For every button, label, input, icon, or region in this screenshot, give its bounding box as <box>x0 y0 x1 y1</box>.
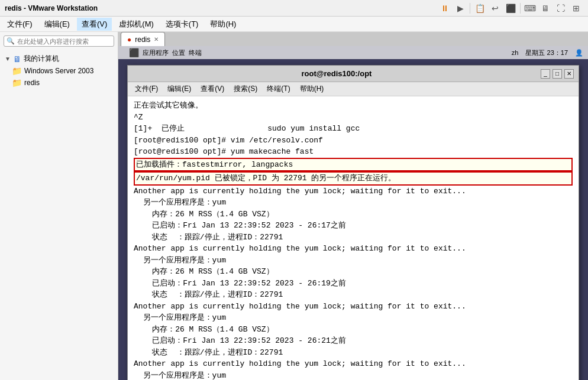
terminal-window: root@redis100:/opt _ □ ✕ 文件(F) 编辑(E) 查看(… <box>127 65 579 380</box>
terminal-container: ⬛ 应用程序 位置 终端 zh 星期五 23：17 👤 root@redis10… <box>118 46 588 380</box>
menu-view[interactable]: 查看(V) <box>77 18 112 31</box>
inner-menu-help[interactable]: 帮助(H) <box>296 83 328 95</box>
terminal-line-9: 内存：26 M RSS（1.4 GB VSZ） <box>134 209 573 220</box>
datetime-display: 星期五 23：17 <box>525 48 568 57</box>
vmware-titlebar: redis - VMware Workstation ⏸ ▶ 📋 ↩ ⬛ ⌨ 🖥… <box>0 0 588 17</box>
apps-icon: ⬛ <box>129 48 139 57</box>
terminal-window-controls: _ □ ✕ <box>541 69 574 79</box>
inner-menu-edit[interactable]: 编辑(E) <box>164 83 195 95</box>
menu-help[interactable]: 帮助(H) <box>205 18 241 31</box>
expand-arrow: ▼ <box>5 56 11 62</box>
sidebar-item-my-computer[interactable]: ▼ 🖥 我的计算机 <box>0 53 118 65</box>
sidebar-tree: ▼ 🖥 我的计算机 📁 Windows Server 2003 📁 redis <box>0 50 118 380</box>
terminal-line-18: 另一个应用程序是：yum <box>134 312 573 324</box>
sidebar-item-label: Windows Server 2003 <box>24 67 93 75</box>
computer-icon: 🖥 <box>13 54 21 64</box>
tab-redis[interactable]: ● redis ✕ <box>121 32 165 46</box>
fullscreen-btn[interactable]: ⛶ <box>554 2 568 15</box>
vm-statusbar: ⬛ 应用程序 位置 终端 zh 星期五 23：17 👤 <box>118 46 588 59</box>
folder-icon: 📁 <box>12 66 22 76</box>
close-btn[interactable]: ✕ <box>564 69 574 79</box>
vmware-menubar: 文件(F) 编辑(E) 查看(V) 虚拟机(M) 选项卡(T) 帮助(H) <box>0 17 588 32</box>
language-indicator: zh <box>512 49 519 56</box>
terminal-line-12: Another app is currently holding the yum… <box>134 243 573 255</box>
sidebar-item-redis[interactable]: 📁 redis <box>0 77 118 89</box>
toolbar: ⏸ ▶ 📋 ↩ ⬛ ⌨ 🖥 ⛶ ⊞ <box>438 2 583 15</box>
screen-btn[interactable]: 🖥 <box>538 2 553 15</box>
terminal-line-5: 已加载插件：fastestmirror, langpacks <box>134 158 573 172</box>
tab-label: redis <box>135 35 150 44</box>
inner-menu-file[interactable]: 文件(F) <box>131 83 161 95</box>
terminal-line-20: 已启动：Fri Jan 13 22:39:52 2023 - 26:21之前 <box>134 335 573 347</box>
terminal-line-6: /var/run/yum.pid 已被锁定，PID 为 22791 的另一个程序… <box>134 171 573 186</box>
sidebar-item-windows-server[interactable]: 📁 Windows Server 2003 <box>0 65 118 77</box>
terminal-line-13: 另一个应用程序是：yum <box>134 255 573 267</box>
unity-btn[interactable]: ⊞ <box>569 2 583 15</box>
revert-btn[interactable]: ↩ <box>488 2 502 15</box>
sidebar: 🔍 ▼ 🖥 我的计算机 📁 Windows Server 2003 📁 redi… <box>0 32 118 380</box>
main-layout: 🔍 ▼ 🖥 我的计算机 📁 Windows Server 2003 📁 redi… <box>0 32 588 380</box>
sidebar-item-label: 我的计算机 <box>24 54 59 64</box>
inner-menu-terminal[interactable]: 终端(T) <box>263 83 293 95</box>
inner-menu-view[interactable]: 查看(V) <box>197 83 228 95</box>
terminal-line-8: 另一个应用程序是：yum <box>134 197 573 209</box>
terminal-line-21: 状态 ：跟踪/停止，进程ID：22791 <box>134 347 573 359</box>
terminal-line-16: 状态 ：跟踪/停止，进程ID：22791 <box>134 289 573 301</box>
terminal-line-3: [root@redis100 opt]# vim /etc/resolv.con… <box>134 135 573 147</box>
maximize-btn[interactable]: □ <box>553 69 562 79</box>
tab-bar: ● redis ✕ <box>118 32 588 46</box>
menu-tabs[interactable]: 选项卡(T) <box>161 18 203 31</box>
terminal-line-10: 已启动：Fri Jan 13 22:39:52 2023 - 26:17之前 <box>134 220 573 232</box>
places-text: 位置 <box>172 48 185 57</box>
send-key-btn[interactable]: ⌨ <box>523 2 537 15</box>
inner-menu-search[interactable]: 搜索(S) <box>230 83 261 95</box>
terminal-line-2: [1]+ 已停止 sudo yum install gcc <box>134 123 573 135</box>
terminal-line-0: 正在尝试其它镜像。 <box>134 100 573 112</box>
terminal-line-15: 已启动：Fri Jan 13 22:39:52 2023 - 26:19之前 <box>134 278 573 290</box>
terminal-line-4: [root@redis100 opt]# yum makecache fast <box>134 146 573 158</box>
search-icon: 🔍 <box>7 37 15 45</box>
menu-vm[interactable]: 虚拟机(M) <box>114 18 159 31</box>
terminal-line-22: Another app is currently holding the yum… <box>134 358 573 370</box>
terminal-title: root@redis100:/opt <box>133 69 541 78</box>
apps-text: 应用程序 <box>143 48 169 57</box>
menu-file[interactable]: 文件(F) <box>2 18 37 31</box>
terminal-line-1: ^Z <box>134 112 573 124</box>
terminal-inner-menubar: 文件(F) 编辑(E) 查看(V) 搜索(S) 终端(T) 帮助(H) <box>128 82 579 96</box>
suspend-btn[interactable]: ⬛ <box>503 2 518 15</box>
app-title: redis - VMware Workstation <box>5 4 98 12</box>
menu-edit[interactable]: 编辑(E) <box>40 18 75 31</box>
user-icon: 👤 <box>575 49 583 57</box>
terminal-line-14: 内存：26 M RSS（1.4 GB VSZ） <box>134 266 573 278</box>
sidebar-search-container[interactable]: 🔍 <box>4 35 114 47</box>
sidebar-item-label: redis <box>24 79 40 87</box>
play-btn[interactable]: ▶ <box>453 2 467 15</box>
terminal-body: 正在尝试其它镜像。 ^Z [1]+ 已停止 sudo yum install g… <box>128 96 579 380</box>
folder-icon: 📁 <box>12 78 22 87</box>
terminal-line-17: Another app is currently holding the yum… <box>134 301 573 313</box>
terminal-line-19: 内存：26 M RSS（1.4 GB VSZ） <box>134 324 573 336</box>
terminal-line-23: 另一个应用程序是：yum <box>134 370 573 381</box>
tab-close-btn[interactable]: ✕ <box>154 36 159 43</box>
terminal-titlebar: root@redis100:/opt _ □ ✕ <box>128 66 579 82</box>
terminal-line-7: Another app is currently holding the yum… <box>134 186 573 197</box>
terminal-line-11: 状态 ：跟踪/停止，进程ID：22791 <box>134 232 573 243</box>
search-input[interactable] <box>17 38 111 45</box>
snapshot-btn[interactable]: 📋 <box>473 2 487 15</box>
vm-app-label: ⬛ 应用程序 位置 终端 <box>129 48 202 57</box>
content-area: ● redis ✕ ⬛ 应用程序 位置 终端 zh 星期五 23：17 👤 <box>118 32 588 380</box>
terminal-text: 终端 <box>189 48 202 57</box>
tab-icon: ● <box>127 35 131 44</box>
pause-btn[interactable]: ⏸ <box>438 2 452 15</box>
minimize-btn[interactable]: _ <box>541 69 550 79</box>
